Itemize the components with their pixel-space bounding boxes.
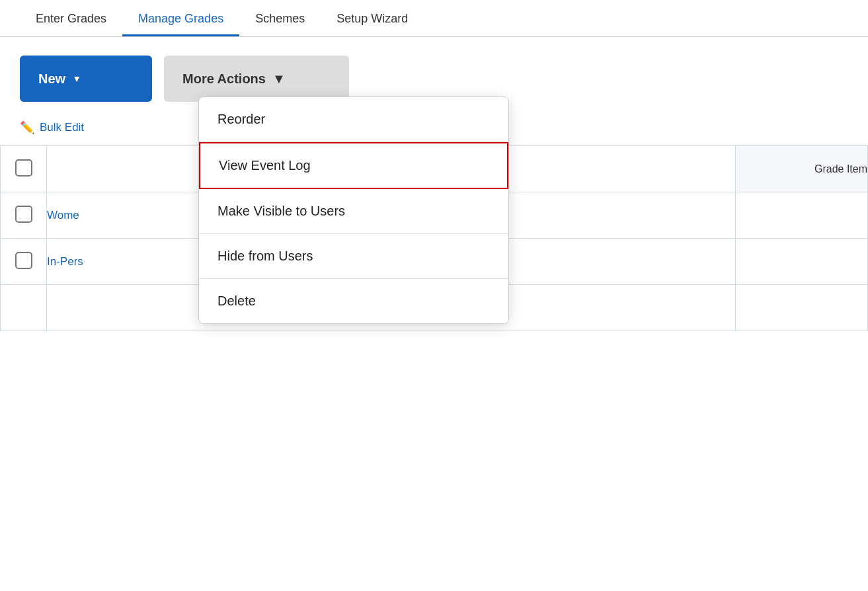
dropdown-item-delete[interactable]: Delete <box>199 279 508 323</box>
more-actions-dropdown: Reorder View Event Log Make Visible to U… <box>198 97 509 324</box>
tab-setup-wizard[interactable]: Setup Wizard <box>321 0 424 36</box>
dropdown-item-reorder[interactable]: Reorder <box>199 97 508 142</box>
row-checkbox[interactable] <box>15 159 32 177</box>
dropdown-item-make-visible[interactable]: Make Visible to Users <box>199 189 508 234</box>
checkbox-cell[interactable] <box>1 285 47 331</box>
row-value-cell <box>736 285 868 331</box>
bulk-edit-icon: ✏️ <box>20 120 34 135</box>
tab-manage-grades[interactable]: Manage Grades <box>122 0 239 36</box>
bulk-edit-link[interactable]: Bulk Edit <box>40 121 84 134</box>
tab-bar: Enter Grades Manage Grades Schemes Setup… <box>0 0 868 37</box>
more-actions-button[interactable]: More Actions ▼ <box>164 56 349 102</box>
checkbox-cell[interactable] <box>1 192 47 239</box>
grade-item-header: Grade Item <box>736 146 868 192</box>
checkbox-cell[interactable] <box>1 146 47 192</box>
row-value-cell <box>736 192 868 239</box>
row-value-cell <box>736 239 868 285</box>
row-checkbox[interactable] <box>15 252 32 269</box>
tab-enter-grades[interactable]: Enter Grades <box>20 0 122 36</box>
new-button[interactable]: New ▼ <box>20 56 152 102</box>
new-chevron-icon: ▼ <box>72 73 81 84</box>
more-actions-chevron-icon: ▼ <box>272 71 286 87</box>
checkbox-cell[interactable] <box>1 239 47 285</box>
more-actions-label: More Actions <box>182 71 266 87</box>
new-button-label: New <box>38 71 65 87</box>
dropdown-item-hide-from-users[interactable]: Hide from Users <box>199 234 508 279</box>
dropdown-item-view-event-log[interactable]: View Event Log <box>199 142 508 189</box>
row-checkbox[interactable] <box>15 206 32 223</box>
tab-schemes[interactable]: Schemes <box>239 0 321 36</box>
main-content: New ▼ More Actions ▼ ✏️ Bulk Edit Grade … <box>0 37 868 331</box>
